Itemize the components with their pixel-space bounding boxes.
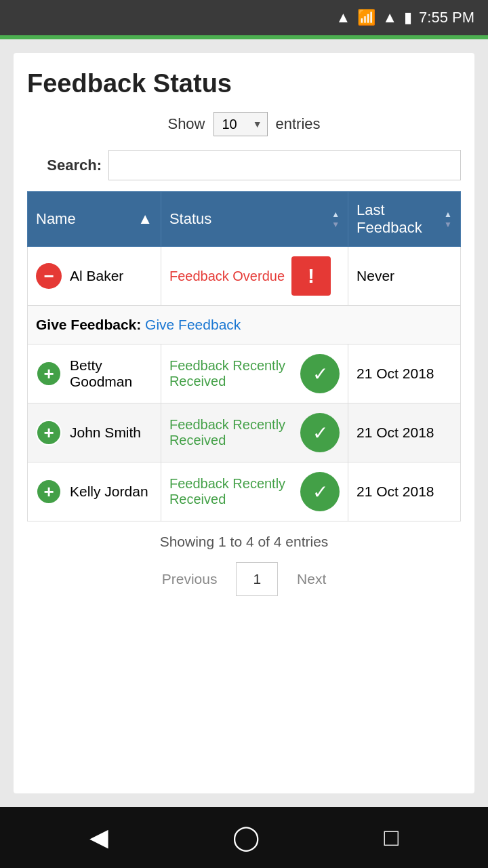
table-row: −Al BakerFeedback Overdue!Never [28,247,461,306]
last-feedback-cell-kelly-jordan: 21 Oct 2018 [348,462,461,521]
table-footer: Showing 1 to 4 of 4 entries [27,521,461,557]
table-row: +John SmithFeedback Recently Received✓21… [28,403,461,462]
page-number: 1 [236,562,278,596]
entries-select-wrapper[interactable]: 10 25 50 100 [214,112,268,136]
search-input[interactable] [108,150,461,180]
give-feedback-label: Give Feedback: [36,317,145,332]
search-label: Search: [27,157,102,174]
name-cell-betty-goodman: +Betty Goodman [28,344,161,403]
signal-icon: ▲ [382,9,397,26]
last-feedback-cell-al-baker: Never [348,247,461,306]
status-text-betty-goodman: Feedback Recently Received [169,358,293,389]
name-text-john-smith: John Smith [70,425,141,441]
give-feedback-link-al-baker[interactable]: Give Feedback [145,317,241,332]
page-title: Feedback Status [27,69,461,98]
plus-button-john-smith[interactable]: + [36,420,62,446]
pagination: Previous 1 Next [27,562,461,596]
name-text-kelly-jordan: Kelly Jordan [70,484,148,500]
back-icon[interactable]: ◀ [89,823,108,852]
last-feedback-cell-john-smith: 21 Oct 2018 [348,403,461,462]
screen-content: Feedback Status Show 10 25 50 100 entrie… [0,35,488,807]
name-sort-icon: ▲ [138,210,152,228]
main-card: Feedback Status Show 10 25 50 100 entrie… [14,53,474,793]
previous-button[interactable]: Previous [143,563,237,595]
table-header: Name ▲ Status ▲ ▼ [28,192,461,247]
th-name[interactable]: Name ▲ [28,192,161,247]
status-bar: ▲ 📶 ▲ ▮ 7:55 PM [0,0,488,35]
time-display: 7:55 PM [419,9,474,26]
check-icon-john-smith: ✓ [300,413,340,452]
overdue-icon-al-baker: ! [291,256,331,296]
table-row: +Kelly JordanFeedback Recently Received✓… [28,462,461,521]
show-entries-row: Show 10 25 50 100 entries [27,112,461,136]
showing-text: Showing 1 to 4 of 4 entries [160,534,329,549]
status-cell-betty-goodman: Feedback Recently Received✓ [161,344,348,403]
show-label: Show [167,115,205,133]
plus-button-betty-goodman[interactable]: + [36,361,62,387]
name-text-betty-goodman: Betty Goodman [70,357,152,390]
status-sort-icon: ▲ ▼ [331,210,340,229]
th-last-feedback[interactable]: Last Feedback ▲ ▼ [348,192,461,247]
minus-button-al-baker[interactable]: − [36,263,62,289]
status-text-al-baker: Feedback Overdue [169,269,285,284]
header-row: Name ▲ Status ▲ ▼ [28,192,461,247]
status-cell-al-baker: Feedback Overdue! [161,247,348,306]
sim-icon: 📶 [357,9,375,26]
last-feedback-cell-betty-goodman: 21 Oct 2018 [348,344,461,403]
th-status[interactable]: Status ▲ ▼ [161,192,348,247]
name-text-al-baker: Al Baker [70,268,123,284]
battery-icon: ▮ [404,9,412,26]
table-row: +Betty GoodmanFeedback Recently Received… [28,344,461,403]
give-feedback-row-al-baker: Give Feedback: Give Feedback [28,306,461,344]
table-body: −Al BakerFeedback Overdue!NeverGive Feed… [28,247,461,521]
give-feedback-cell-al-baker: Give Feedback: Give Feedback [28,306,461,344]
next-button[interactable]: Next [278,563,345,595]
entries-label: entries [276,115,321,133]
check-icon-betty-goodman: ✓ [300,354,340,393]
status-cell-john-smith: Feedback Recently Received✓ [161,403,348,462]
wifi-icon: ▲ [336,9,351,26]
name-cell-kelly-jordan: +Kelly Jordan [28,462,161,521]
name-cell-al-baker: −Al Baker [28,247,161,306]
accent-bar [0,35,488,39]
plus-button-kelly-jordan[interactable]: + [36,479,62,505]
last-feedback-sort-icon: ▲ ▼ [444,210,452,229]
bottom-nav: ◀ ◯ □ [0,807,488,868]
recents-icon[interactable]: □ [384,823,399,852]
check-icon-kelly-jordan: ✓ [300,472,340,511]
entries-select[interactable]: 10 25 50 100 [214,112,268,136]
status-text-kelly-jordan: Feedback Recently Received [169,476,293,507]
status-text-john-smith: Feedback Recently Received [169,417,293,448]
status-cell-kelly-jordan: Feedback Recently Received✓ [161,462,348,521]
home-icon[interactable]: ◯ [232,823,260,852]
data-table: Name ▲ Status ▲ ▼ [27,191,461,521]
name-cell-john-smith: +John Smith [28,403,161,462]
search-row: Search: [27,150,461,180]
